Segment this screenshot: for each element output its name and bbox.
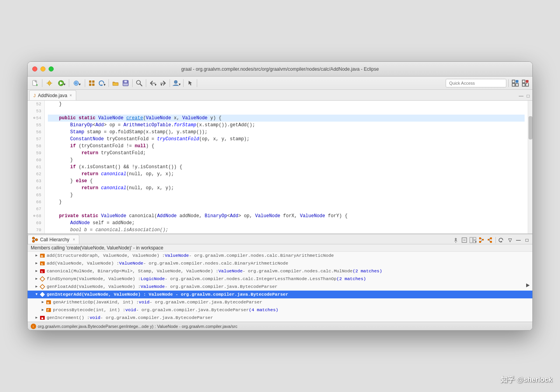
panel-maximize-button[interactable]: □ xyxy=(523,236,531,244)
call-hierarchy-tab[interactable]: Call Hierarchy × xyxy=(28,235,79,244)
svg-line-52 xyxy=(481,240,482,242)
ch-pkg-4: - org.graalvm.compiler.nodes.calc.Intege… xyxy=(165,275,337,283)
open-perspective-button[interactable]: J xyxy=(521,78,530,88)
ch-item-1[interactable]: ▶ m add(StructuredGraph, ValueNode, Valu… xyxy=(28,252,532,260)
call-hierarchy-tab-close[interactable]: × xyxy=(73,237,75,242)
build-button[interactable] xyxy=(44,78,54,88)
close-button[interactable] xyxy=(32,66,37,71)
editor-tab-addnode[interactable]: J AddNode.java × xyxy=(29,90,76,100)
minimize-editor-button[interactable]: — xyxy=(518,93,524,99)
ch-pkg-8: - org.graalvm.compiler.java.BytecodePars… xyxy=(136,306,249,314)
code-lines[interactable]: } public static ValueNode create(ValueNo… xyxy=(45,101,528,233)
run-button[interactable]: ▼ xyxy=(55,78,67,88)
ch-expand-9[interactable]: ▶ xyxy=(34,315,39,321)
svg-text:s: s xyxy=(41,270,43,274)
user-button[interactable]: ▼ xyxy=(172,78,181,88)
svg-rect-15 xyxy=(92,84,94,86)
call-hierarchy-header: Members calling 'create(ValueNode, Value… xyxy=(28,244,532,252)
svg-text:▼: ▼ xyxy=(103,83,105,86)
nav-arrow-right[interactable] xyxy=(525,282,531,291)
ch-item-3[interactable]: ▶ s canonical(MulNode, BinaryOp<Mul>, St… xyxy=(28,267,532,275)
debug-button[interactable]: ▼ xyxy=(71,78,83,88)
code-line-68: private static ValueNode canonical(AddNo… xyxy=(48,213,525,220)
ch-item-2[interactable]: ▶ s add(ValueNode, ValueNode) : ValueNod… xyxy=(28,260,532,267)
pointer-icon xyxy=(187,80,193,86)
search-button[interactable] xyxy=(135,78,144,88)
ch-link-5: ValueNode xyxy=(141,283,165,291)
line-numbers: 52 53 ⊖54 55 56 57 58 59 60 61 62 63 64 … xyxy=(28,101,45,233)
ch-expand-1[interactable]: ▶ xyxy=(34,253,39,258)
ch-item-7[interactable]: ▶ m genArithmeticOp(JavaKind, int) : voi… xyxy=(28,298,532,306)
eclipse-window: graal - org.graalvm.compiler.nodes/src/o… xyxy=(27,61,533,331)
panel-minimize-button[interactable]: — xyxy=(514,236,522,244)
svg-text:J: J xyxy=(526,82,528,86)
panel-down-button[interactable]: ▽ xyxy=(506,236,514,244)
ch-link-3: ValueNode xyxy=(219,267,243,275)
ch-expand-6[interactable]: ▼ xyxy=(34,292,39,297)
line-num-59: 59 xyxy=(31,150,41,157)
ch-expand-2[interactable]: ▶ xyxy=(34,261,39,266)
code-line-67 xyxy=(48,206,525,213)
ch-item-5[interactable]: ▶ genFloatAdd(ValueNode, ValueNode) : Va… xyxy=(28,283,532,291)
tab-close-button[interactable]: × xyxy=(70,93,72,98)
svg-text:▼: ▼ xyxy=(35,84,38,87)
ch-expand-5[interactable]: ▶ xyxy=(34,284,39,289)
ch-expand-7[interactable]: ▶ xyxy=(40,300,46,305)
quick-access-input[interactable] xyxy=(446,79,506,87)
back-button[interactable]: ▼ xyxy=(148,78,158,88)
pointer-button[interactable] xyxy=(186,78,195,88)
panel-tabbar: Call Hierarchy × xyxy=(28,234,532,244)
toolbar-btn-4[interactable] xyxy=(121,78,130,88)
panel-separator xyxy=(495,237,496,243)
ch-text-4: findSynonym(ValueNode, ValueNode) : xyxy=(47,275,141,283)
panel-callers-button[interactable] xyxy=(478,236,485,244)
svg-rect-50 xyxy=(479,241,481,243)
ch-method-icon-4 xyxy=(39,276,46,282)
line-num-68: ⊖68 xyxy=(31,213,41,220)
editor-scrollbar[interactable] xyxy=(528,101,532,233)
status-warning-icon: ! xyxy=(32,324,35,328)
ch-expand-4[interactable]: ▶ xyxy=(34,276,39,282)
code-line-60: } xyxy=(48,157,525,164)
ch-method-icon-6 xyxy=(39,291,46,298)
ch-method-icon-9: ■ xyxy=(39,315,46,321)
ch-text-5: genFloatAdd(ValueNode, ValueNode) : xyxy=(47,283,141,291)
minimize-button[interactable] xyxy=(40,66,46,71)
line-num-55: 55 xyxy=(31,122,41,129)
status-text: org.graalvm.compiler.java.BytecodeParser… xyxy=(38,324,237,329)
debug-icon: ▼ xyxy=(73,80,81,87)
code-line-61: if (x.isConstant() && !y.isConstant()) { xyxy=(48,164,525,171)
separator-9 xyxy=(197,79,197,87)
maximize-button[interactable] xyxy=(49,66,54,71)
panel-collapse-button[interactable] xyxy=(460,236,468,244)
toolbar-btn-1[interactable] xyxy=(87,78,96,88)
perspective-button[interactable] xyxy=(511,78,520,88)
line-num-66: 66 xyxy=(31,199,41,206)
ch-item-8[interactable]: ▶ f processBytecode(int, int) : void - o… xyxy=(28,306,532,314)
panel-refresh-button[interactable] xyxy=(497,236,505,244)
ch-method-icon-7: m xyxy=(46,299,52,305)
forward-button[interactable]: ▼ xyxy=(158,78,168,88)
ch-item-4[interactable]: ▶ findSynonym(ValueNode, ValueNode) : Lo… xyxy=(28,275,532,283)
user-icon: ▼ xyxy=(172,80,181,86)
code-line-62: return canonical(null, op, y, x); xyxy=(48,171,525,178)
new-file-button[interactable]: ▼ xyxy=(30,78,40,88)
toolbar-btn-2[interactable]: ▼ xyxy=(97,78,107,88)
svg-line-57 xyxy=(489,240,490,242)
panel-pin-button[interactable] xyxy=(452,236,460,244)
build-icon xyxy=(46,80,53,87)
window-title: graal - org.graalvm.compiler.nodes/src/o… xyxy=(181,66,379,72)
panel-callees-button[interactable] xyxy=(486,236,494,244)
svg-text:▼: ▼ xyxy=(154,83,156,86)
maximize-editor-button[interactable]: □ xyxy=(525,93,531,99)
panel-layout-button[interactable]: ▼ xyxy=(469,236,477,244)
toolbar-btn-3[interactable] xyxy=(111,78,120,88)
ch-expand-8[interactable]: ▶ xyxy=(40,307,46,313)
ch-item-6[interactable]: ▼ genIntegerAdd(ValueNode, ValueNode) : … xyxy=(28,291,532,298)
svg-rect-49 xyxy=(482,239,484,240)
ch-expand-3[interactable]: ▶ xyxy=(34,268,39,274)
svg-text:s: s xyxy=(41,262,43,266)
call-hierarchy-items: ▶ m add(StructuredGraph, ValueNode, Valu… xyxy=(28,252,532,322)
ch-item-9[interactable]: ▶ ■ genIncrement() : void - org.graalvm.… xyxy=(28,314,532,322)
svg-rect-55 xyxy=(490,241,492,243)
